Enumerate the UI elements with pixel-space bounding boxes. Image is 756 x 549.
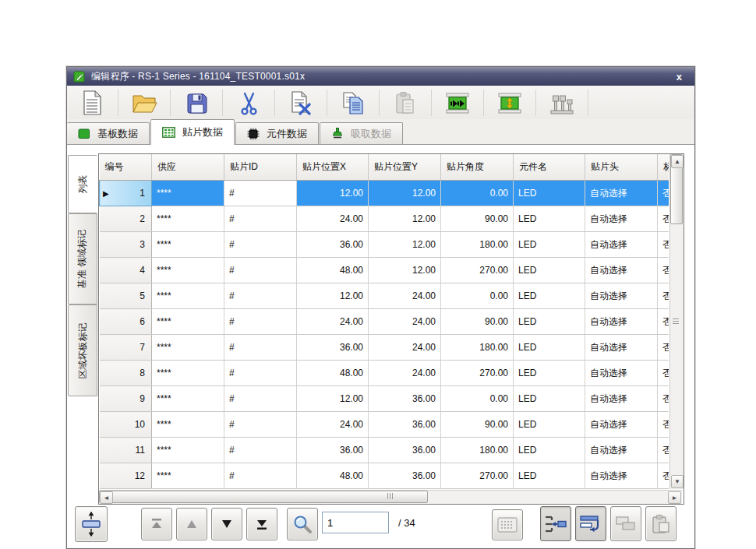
table-cell[interactable]: 24.00 xyxy=(297,309,369,335)
tab-pickup-data[interactable]: 吸取数据 xyxy=(320,122,403,144)
table-cell[interactable]: 90.00 xyxy=(441,412,514,438)
table-cell[interactable]: LED xyxy=(514,438,585,463)
table-cell[interactable]: 自动选择 xyxy=(585,181,658,206)
table-cell[interactable]: # xyxy=(224,283,297,309)
table-cell[interactable]: 0.00 xyxy=(441,181,514,206)
table-cell[interactable]: 270.00 xyxy=(441,361,514,386)
table-cell[interactable]: 自动选择 xyxy=(585,258,658,283)
table-cell[interactable]: 自动选择 xyxy=(585,283,658,309)
table-cell[interactable]: LED xyxy=(514,181,585,206)
table-cell[interactable]: 12.00 xyxy=(369,181,441,206)
table-cell[interactable]: 0.00 xyxy=(441,386,514,412)
table-cell[interactable]: LED xyxy=(514,412,585,438)
table-cell[interactable]: LED xyxy=(514,206,585,232)
table-row[interactable]: 11****#36.0036.00180.00LED自动选择否 xyxy=(100,438,669,463)
table-cell[interactable]: 0.00 xyxy=(441,283,514,309)
row-header[interactable]: 3 xyxy=(100,232,152,258)
table-cell[interactable]: # xyxy=(224,386,297,412)
table-row[interactable]: 2****#24.0012.0090.00LED自动选择否 xyxy=(100,206,669,232)
table-cell[interactable]: 48.00 xyxy=(297,463,369,489)
search-button[interactable] xyxy=(287,508,318,540)
table-cell[interactable]: # xyxy=(224,258,297,283)
row-header[interactable]: 4 xyxy=(100,258,152,283)
table-cell[interactable]: 36.00 xyxy=(369,463,441,489)
table-cell[interactable]: 24.00 xyxy=(369,283,441,309)
table-cell[interactable]: 否 xyxy=(658,206,669,232)
open-file-button[interactable] xyxy=(122,88,166,118)
row-header[interactable]: 10 xyxy=(100,412,152,438)
table-cell[interactable]: 180.00 xyxy=(441,438,514,463)
table-cell[interactable]: 否 xyxy=(658,258,669,283)
row-header[interactable]: 12 xyxy=(100,463,152,489)
cut-button[interactable] xyxy=(227,88,270,118)
insert-row-before-button[interactable] xyxy=(540,506,571,541)
new-document-button[interactable] xyxy=(70,88,114,118)
column-header[interactable]: 贴片位置X xyxy=(297,154,369,181)
table-row[interactable]: 12****#48.0036.00270.00LED自动选择否 xyxy=(100,463,669,489)
scroll-down-arrow[interactable]: ▼ xyxy=(671,475,684,488)
table-cell[interactable]: 否 xyxy=(658,335,669,361)
table-cell[interactable]: 24.00 xyxy=(297,412,369,438)
table-cell[interactable]: 36.00 xyxy=(369,438,441,463)
table-row[interactable]: 10****#24.0036.0090.00LED自动选择否 xyxy=(100,412,669,438)
copy-button[interactable] xyxy=(331,88,375,118)
table-cell[interactable]: **** xyxy=(152,232,224,258)
column-header[interactable]: 编号 xyxy=(100,154,152,181)
table-cell[interactable]: LED xyxy=(514,309,585,335)
table-cell[interactable]: **** xyxy=(152,463,224,489)
row-header[interactable]: 5 xyxy=(100,283,152,309)
row-header[interactable]: 8 xyxy=(100,361,152,386)
table-cell[interactable]: 36.00 xyxy=(369,412,441,438)
table-cell[interactable]: 自动选择 xyxy=(585,232,658,258)
board-transport-button[interactable] xyxy=(436,88,479,118)
row-header[interactable]: 11 xyxy=(100,438,152,463)
column-header[interactable]: 元件名 xyxy=(514,154,585,181)
table-cell[interactable]: LED xyxy=(514,386,585,412)
table-cell[interactable]: # xyxy=(224,438,297,463)
go-first-button[interactable] xyxy=(141,508,172,540)
table-cell[interactable]: # xyxy=(224,309,297,335)
table-cell[interactable]: 否 xyxy=(658,412,669,438)
table-cell[interactable]: 36.00 xyxy=(297,232,369,258)
table-cell[interactable]: 自动选择 xyxy=(585,438,658,463)
table-row[interactable]: 3****#36.0012.00180.00LED自动选择否 xyxy=(100,232,669,258)
table-cell[interactable]: **** xyxy=(152,412,224,438)
table-cell[interactable]: # xyxy=(224,361,297,386)
insert-row-return-button[interactable] xyxy=(575,506,606,541)
table-row[interactable]: 9****#12.0036.000.00LED自动选择否 xyxy=(100,386,669,412)
side-tab-list[interactable]: 列表 xyxy=(68,155,97,213)
nozzle-settings-button[interactable] xyxy=(540,88,584,118)
row-header[interactable]: 7 xyxy=(100,335,152,361)
row-header[interactable]: 6 xyxy=(100,309,152,335)
table-cell[interactable]: **** xyxy=(152,258,224,283)
table-cell[interactable]: 180.00 xyxy=(441,232,514,258)
table-cell[interactable]: **** xyxy=(152,206,224,232)
scroll-up-arrow[interactable]: ▲ xyxy=(671,155,684,168)
table-cell[interactable]: 12.00 xyxy=(297,181,369,206)
table-cell[interactable]: LED xyxy=(514,232,585,258)
table-cell[interactable]: **** xyxy=(152,181,224,206)
table-cell[interactable]: 36.00 xyxy=(297,335,369,361)
table-cell[interactable]: 12.00 xyxy=(297,386,369,412)
table-cell[interactable]: LED xyxy=(514,361,585,386)
scroll-left-arrow[interactable]: ◄ xyxy=(100,491,113,504)
table-cell[interactable]: **** xyxy=(152,438,224,463)
table-cell[interactable]: 48.00 xyxy=(297,258,369,283)
delete-button[interactable] xyxy=(279,88,323,118)
column-header[interactable]: 贴片位置Y xyxy=(369,154,441,181)
table-cell[interactable]: 12.00 xyxy=(369,258,441,283)
page-number-input[interactable] xyxy=(322,512,389,533)
save-button[interactable] xyxy=(175,88,218,118)
table-cell[interactable]: 24.00 xyxy=(369,335,441,361)
tab-placement-data[interactable]: 贴片数据 xyxy=(150,119,235,145)
table-cell[interactable]: 12.00 xyxy=(369,206,441,232)
table-cell[interactable]: 否 xyxy=(658,361,669,386)
table-row[interactable]: 5****#12.0024.000.00LED自动选择否 xyxy=(100,283,669,309)
table-cell[interactable]: 24.00 xyxy=(369,361,441,386)
table-row[interactable]: 6****#24.0024.0090.00LED自动选择否 xyxy=(100,309,669,335)
table-cell[interactable]: 否 xyxy=(658,463,669,489)
close-button[interactable]: x xyxy=(670,71,688,83)
table-row[interactable]: 7****#36.0024.00180.00LED自动选择否 xyxy=(100,335,669,361)
table-cell[interactable]: 90.00 xyxy=(441,206,514,232)
table-cell[interactable]: **** xyxy=(152,309,224,335)
